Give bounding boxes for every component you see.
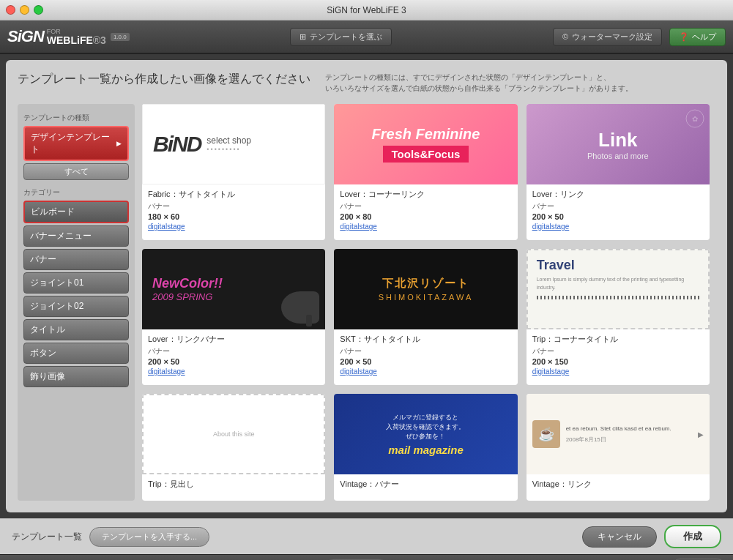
instructions-main-text: テンプレート一覧から作成したい画像を選んでください — [18, 72, 310, 87]
template-item-bind[interactable]: BiND select shop ••••••••• Fabric：サイトタイト… — [142, 104, 325, 240]
template-info-bind: Fabric：サイトタイトル バナー 180 × 60 digitalstage — [142, 184, 325, 236]
grid-icon: ⊞ — [299, 32, 306, 42]
sidebar-item-banner[interactable]: バナー — [23, 249, 129, 270]
app-header: SiGN FOR WEBLiFE®3 1.0.0 ⊞ テンプレートを選ぶ © ウ… — [0, 20, 733, 54]
logo-weblife: WEBLiFE®3 — [47, 35, 106, 45]
status-bar: バリエーション 1/1 🗎 ファイル形式 PNG ⊠ 背景合成透明度 キャンセル… — [0, 554, 733, 560]
content-area: テンプレートの種類 デザインテンプレート ▶ すべて カテゴリー ビルボード バ… — [18, 104, 715, 501]
template-item-fresh[interactable]: Fresh Feminine Tools&Focus Lover：コーナーリンク… — [334, 104, 517, 240]
app-logo: SiGN FOR WEBLiFE®3 1.0.0 — [7, 27, 130, 46]
template-thumb-newcolor: NewColor!! 2009 SPRING — [142, 249, 325, 329]
template-item-vintage-link[interactable]: ☕ et ea rebum. Stet clita kasd et ea reb… — [527, 394, 710, 501]
template-item-about[interactable]: About this site Trip：見出し — [142, 394, 325, 501]
all-button[interactable]: すべて — [23, 163, 129, 180]
bind-logo: BiND — [153, 132, 201, 157]
watermark-icon: © — [562, 32, 568, 41]
chevron-right-icon: ▶ — [116, 140, 122, 147]
template-thumb-travel: Travel Lorem Ipsum is simply dummy text … — [527, 249, 710, 329]
template-thumb-fresh: Fresh Feminine Tools&Focus — [334, 104, 517, 184]
template-item-newcolor[interactable]: NewColor!! 2009 SPRING Lover：リンクバナー バナー … — [142, 249, 325, 385]
watermark-button[interactable]: © ウォーターマーク設定 — [553, 28, 662, 46]
close-button[interactable] — [6, 5, 15, 15]
sidebar-item-banner-menu[interactable]: バナーメニュー — [23, 225, 129, 247]
template-item-travel[interactable]: Travel Lorem Ipsum is simply dummy text … — [527, 249, 710, 385]
template-item-shimokitazawa[interactable]: 下北沢リゾート SHIMOKITAZAWA SKT：サイトタイトル バナー 20… — [334, 249, 517, 385]
logo-sign: SiGN — [7, 27, 44, 46]
maximize-button[interactable] — [34, 5, 43, 15]
template-info-vintage-link: Vintage：リンク — [527, 474, 710, 497]
sidebar-item-billboard[interactable]: ビルボード — [23, 201, 129, 223]
instructions: テンプレート一覧から作成したい画像を選んでください テンプレートの種類には、すで… — [18, 72, 715, 94]
template-info-travel: Trip：コーナータイトル バナー 200 × 150 digitalstage — [527, 329, 710, 381]
template-thumb-bind: BiND select shop ••••••••• — [142, 104, 325, 184]
main-content: テンプレート一覧から作成したい画像を選んでください テンプレートの種類には、すで… — [6, 60, 727, 512]
sidebar-type-label: テンプレートの種類 — [23, 113, 129, 123]
template-grid: BiND select shop ••••••••• Fabric：サイトタイト… — [142, 104, 715, 501]
template-thumb-shimokitazawa: 下北沢リゾート SHIMOKITAZAWA — [334, 249, 517, 329]
sidebar-item-deco[interactable]: 飾り画像 — [23, 366, 129, 387]
sidebar-item-joint02[interactable]: ジョイント02 — [23, 296, 129, 317]
get-template-button[interactable]: テンプレートを入手する... — [89, 527, 209, 547]
version-badge: 1.0.0 — [111, 33, 130, 41]
create-button[interactable]: 作成 — [664, 525, 721, 548]
template-list-label: テンプレート一覧 — [12, 531, 82, 543]
template-info-fresh: Lover：コーナーリンク バナー 200 × 80 digitalstage — [334, 184, 517, 236]
cancel-button[interactable]: キャンセル — [582, 526, 657, 548]
question-icon: ❓ — [679, 32, 689, 42]
sidebar-item-button[interactable]: ボタン — [23, 343, 129, 364]
sidebar-item-joint01[interactable]: ジョイント01 — [23, 272, 129, 294]
sidebar-item-title[interactable]: タイトル — [23, 319, 129, 340]
template-thumb-link: Link Photos and more ✿ — [527, 104, 710, 184]
template-thumb-about: About this site — [142, 394, 325, 474]
window-controls[interactable] — [6, 5, 43, 15]
template-info-newcolor: Lover：リンクバナー バナー 200 × 50 digitalstage — [142, 329, 325, 381]
template-grid-wrapper: BiND select shop ••••••••• Fabric：サイトタイト… — [142, 104, 715, 501]
template-item-vintage-banner[interactable]: メルマガに登録すると入荷状況を確認できます。ぜひ参加を！ mail magazi… — [334, 394, 517, 501]
template-thumb-vintage-link: ☕ et ea rebum. Stet clita kasd et ea reb… — [527, 394, 710, 474]
instructions-sub-text: テンプレートの種類には、すでにデザインされた状態の「デザインテンプレート」と、 … — [325, 72, 633, 94]
template-info-about: Trip：見出し — [142, 474, 325, 497]
bottom-toolbar: テンプレート一覧 テンプレートを入手する... キャンセル 作成 — [0, 518, 733, 554]
title-bar: SiGN for WebLiFE 3 — [0, 0, 733, 20]
window-title: SiGN for WebLiFE 3 — [327, 5, 406, 15]
template-info-shimokitazawa: SKT：サイトタイトル バナー 200 × 50 digitalstage — [334, 329, 517, 381]
minimize-button[interactable] — [20, 5, 29, 15]
svg-text:✿: ✿ — [692, 115, 698, 123]
sidebar-category-label: カテゴリー — [23, 187, 129, 198]
design-template-button[interactable]: デザインテンプレート ▶ — [23, 126, 129, 161]
template-select-button[interactable]: ⊞ テンプレートを選ぶ — [290, 28, 392, 46]
template-thumb-vintage-banner: メルマガに登録すると入荷状況を確認できます。ぜひ参加を！ mail magazi… — [334, 394, 517, 474]
help-button[interactable]: ❓ ヘルプ — [669, 28, 726, 46]
template-info-link: Lover：リンク バナー 200 × 50 digitalstage — [527, 184, 710, 236]
bind-text: select shop ••••••••• — [206, 135, 251, 153]
template-item-link[interactable]: Link Photos and more ✿ Lover：リンク バナー 200… — [527, 104, 710, 240]
template-info-vintage-banner: Vintage：バナー — [334, 474, 517, 497]
sidebar: テンプレートの種類 デザインテンプレート ▶ すべて カテゴリー ビルボード バ… — [18, 104, 135, 501]
